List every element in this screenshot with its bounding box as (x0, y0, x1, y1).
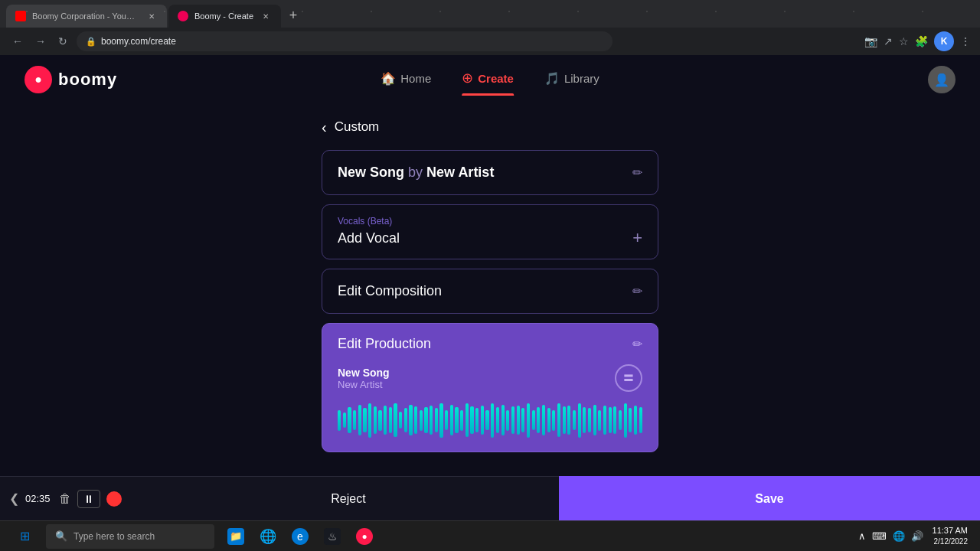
composition-card[interactable]: Edit Composition ✏ (322, 269, 658, 314)
taskbar-app-edge[interactable]: e (285, 523, 315, 550)
taskbar-time-display: 11:37 AM (933, 525, 968, 536)
transport-bar: ❮ 02:35 🗑 ⏸ (0, 476, 138, 520)
taskbar-app-explorer[interactable]: 📁 (220, 523, 251, 550)
waveform-bar (439, 403, 443, 438)
tab-boomy-close[interactable]: ✕ (260, 10, 272, 22)
nav-home[interactable]: 🏠 Home (381, 71, 431, 89)
waveform-bar (470, 406, 473, 434)
nav-library[interactable]: 🎵 Library (544, 71, 599, 89)
user-avatar[interactable]: 👤 (928, 66, 956, 93)
taskbar-search-icon: 🔍 (55, 530, 67, 542)
song-edit-icon[interactable]: ✏ (632, 165, 642, 180)
artist-name-part: New Artist (426, 165, 494, 180)
transport-time: 02:35 (25, 493, 53, 504)
main-content: ‹ Custom New Song by New Artist ✏ Vocals… (0, 104, 980, 523)
waveform-bar (552, 410, 555, 431)
logo[interactable]: ● boomy (24, 66, 117, 93)
production-edit-icon[interactable]: ✏ (632, 337, 642, 351)
library-icon: 🎵 (544, 71, 560, 86)
nav-create[interactable]: ⊕ Create (462, 70, 514, 90)
production-header: Edit Production ✏ (322, 324, 658, 364)
user-icon: 👤 (934, 73, 949, 87)
waveform-bar (394, 403, 397, 436)
new-tab-button[interactable]: + (283, 5, 304, 26)
waveform-bar (629, 408, 632, 432)
production-card[interactable]: Edit Production ✏ New Song New Artist 〓 (322, 323, 658, 452)
browser-user-avatar[interactable]: K (934, 31, 954, 51)
waveform-bar (368, 403, 371, 438)
waveform-bar (491, 403, 494, 438)
taskbar-apps: 📁 🌐 e ♨ ● (220, 523, 380, 550)
waveform-bar (501, 405, 505, 436)
waveform-bar (475, 408, 479, 432)
waveform-bar (450, 405, 453, 436)
waveform-bar (588, 408, 591, 432)
start-button[interactable]: ⊞ (6, 524, 43, 549)
taskbar-up-icon[interactable]: ∧ (858, 530, 866, 542)
page-container: ‹ Custom New Song by New Artist ✏ Vocals… (322, 119, 658, 461)
taskbar-app-steam[interactable]: ♨ (317, 523, 348, 550)
transport-record-button[interactable] (106, 491, 122, 507)
steam-icon: ♨ (324, 528, 341, 545)
youtube-favicon (15, 11, 26, 21)
waveform-bar (430, 406, 433, 435)
reject-button[interactable]: Reject (138, 476, 559, 520)
boomy-favicon (178, 11, 188, 21)
create-icon: ⊕ (462, 70, 473, 86)
taskbar-app-chrome[interactable]: 🌐 (253, 523, 283, 550)
save-button[interactable]: Save (559, 476, 980, 520)
edge-icon: e (292, 528, 309, 545)
nav-create-label: Create (478, 72, 514, 85)
waveform-bar (445, 410, 448, 429)
waveform-icon: 〓 (622, 370, 635, 386)
back-button[interactable]: ‹ (322, 119, 327, 135)
transport-delete-icon[interactable]: 🗑 (59, 492, 71, 506)
extensions-icon[interactable]: 🧩 (915, 35, 928, 47)
song-title-card[interactable]: New Song by New Artist ✏ (322, 150, 658, 195)
url-bar[interactable]: 🔒 boomy.com/create (77, 31, 612, 51)
production-artist-name: New Artist (338, 379, 390, 390)
bookmark-icon[interactable]: ☆ (899, 35, 909, 47)
navbar: ● boomy 🏠 Home ⊕ Create 🎵 Library 👤 (0, 55, 980, 104)
taskbar-app-boomy[interactable]: ● (349, 523, 380, 550)
tab-youtube[interactable]: Boomy Corporation - YouTube ✕ (6, 5, 167, 28)
taskbar-search[interactable]: 🔍 Type here to search (46, 524, 214, 549)
by-text: by (404, 165, 426, 180)
browser-actions: 📷 ↗ ☆ 🧩 K ⋮ (864, 31, 971, 51)
song-title-text: New Song by New Artist (338, 165, 494, 181)
nav-back-button[interactable]: ← (9, 32, 26, 51)
nav-refresh-button[interactable]: ↻ (55, 32, 70, 51)
taskbar-clock[interactable]: 11:37 AM 2/12/2022 (933, 525, 968, 547)
composition-edit-icon[interactable]: ✏ (632, 284, 642, 298)
cast-icon[interactable]: 📷 (864, 35, 877, 47)
transport-back-icon[interactable]: ❮ (9, 491, 19, 506)
logo-icon: ● (24, 66, 52, 93)
tab-youtube-close[interactable]: ✕ (145, 10, 158, 22)
menu-icon[interactable]: ⋮ (960, 35, 971, 47)
transport-pause-button[interactable]: ⏸ (77, 490, 100, 508)
waveform-bar (435, 408, 438, 432)
home-icon: 🏠 (381, 71, 396, 86)
waveform-bar (521, 408, 524, 432)
taskbar-keyboard-icon[interactable]: ⌨ (872, 530, 887, 542)
tab-boomy[interactable]: Boomy - Create ✕ (168, 5, 281, 28)
waveform-bar (455, 407, 458, 433)
waveform-icon-button[interactable]: 〓 (615, 364, 642, 392)
waveform-bar (466, 403, 469, 436)
nav-forward-button[interactable]: → (32, 32, 49, 51)
waveform-bar (557, 403, 560, 436)
taskbar-volume-icon[interactable]: 🔊 (911, 530, 923, 542)
waveform-bar (384, 406, 387, 435)
windows-logo-icon: ⊞ (20, 529, 30, 543)
waveform-bar (404, 408, 407, 432)
waveform-bar (517, 406, 520, 435)
song-info-names: New Song New Artist (338, 367, 390, 390)
taskbar-network-icon[interactable]: 🌐 (893, 530, 905, 542)
waveform-bar (506, 410, 509, 431)
share-icon[interactable]: ↗ (884, 35, 893, 47)
vocal-card[interactable]: Vocals (Beta) Add Vocal + (322, 204, 658, 259)
waveform-bar (547, 408, 550, 432)
vocal-add-icon[interactable]: + (632, 230, 642, 246)
waveform-bar (527, 403, 530, 438)
breadcrumb-title: Custom (335, 119, 380, 135)
